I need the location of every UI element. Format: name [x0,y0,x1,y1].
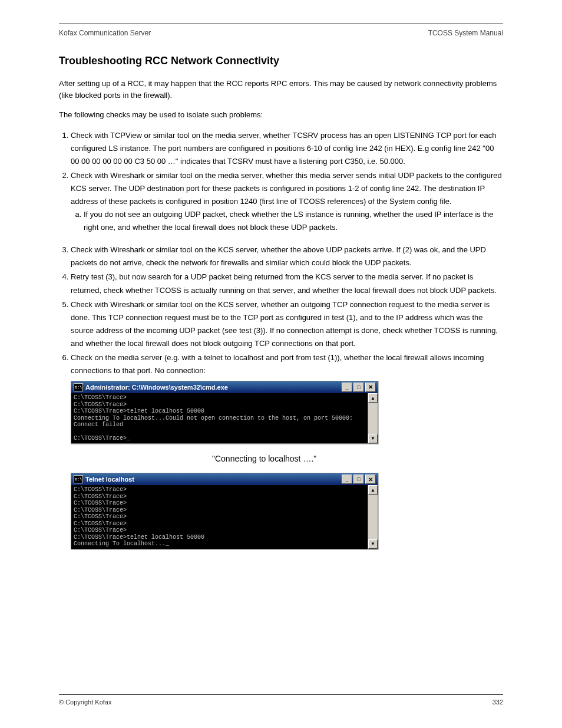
checks-item-5: Check with Wireshark or similar tool on … [71,298,503,350]
footer-right: 332 [492,699,503,706]
maximize-button[interactable]: □ [353,475,364,484]
intro-paragraph-2: The following checks may be used to isol… [59,109,503,121]
intro-paragraph-1: After setting up of a RCC, it may happen… [59,78,503,101]
cmd1-output: C:\TCOSS\Trace> C:\TCOSS\Trace> C:\TCOSS… [71,393,368,443]
checks-item-6: Check on the media server (e.g. with a t… [71,351,503,549]
footer-left: © Copyright Kofax [59,699,111,706]
scroll-up-button[interactable]: ▲ [368,393,378,403]
close-button[interactable]: ✕ [365,475,376,484]
checks-sublist-2: If you do not see an outgoing UDP packet… [84,208,503,234]
cmd-window-2: c:\ Telnet localhost _ □ ✕ C:\TCOSS\Trac… [71,473,378,549]
checks-item-2a: If you do not see an outgoing UDP packet… [84,208,503,234]
cmd-icon: c:\ [74,383,83,391]
cmd1-titlebar[interactable]: c:\ Administrator: C:\Windows\system32\c… [71,381,378,393]
window-controls: _ □ ✕ [342,475,376,484]
scrollbar[interactable]: ▲ ▼ [368,393,378,443]
checks-item-6-text: Check on the media server (e.g. with a t… [71,353,484,375]
cmd2-output: C:\TCOSS\Trace> C:\TCOSS\Trace> C:\TCOSS… [71,485,368,549]
cmd2-title: Telnet localhost [85,476,339,483]
running-footer: © Copyright Kofax 332 [59,699,503,706]
checks-list: Check with TCPView or similar tool on th… [71,129,503,549]
cmd2-body: C:\TCOSS\Trace> C:\TCOSS\Trace> C:\TCOSS… [71,485,378,549]
running-header: Kofax Communication Server TCOSS System … [59,29,503,37]
scroll-down-button[interactable]: ▼ [368,539,378,549]
minimize-button[interactable]: _ [342,475,352,484]
scroll-down-button[interactable]: ▼ [368,434,378,443]
checks-item-2: Check with Wireshark or similar tool on … [71,169,503,234]
close-button[interactable]: ✕ [365,383,376,392]
footer-rule [59,694,503,695]
scrollbar[interactable]: ▲ ▼ [368,485,378,549]
cmd1-title: Administrator: C:\Windows\system32\cmd.e… [85,384,339,391]
header-left: Kofax Communication Server [59,29,151,37]
caption-quoted: "Connecting to localhost …." [212,454,316,463]
window-controls: _ □ ✕ [342,383,376,392]
cmd1-body: C:\TCOSS\Trace> C:\TCOSS\Trace> C:\TCOSS… [71,393,378,443]
checks-item-2-text: Check with Wireshark or similar tool on … [71,171,502,206]
header-rule [59,24,503,24]
checks-item-1: Check with TCPView or similar tool on th… [71,129,503,168]
cmd2-titlebar[interactable]: c:\ Telnet localhost _ □ ✕ [71,473,378,485]
section-title: Troubleshooting RCC Network Connectivity [59,55,503,67]
checks-item-3: Check with Wireshark or similar tool on … [71,243,503,269]
maximize-button[interactable]: □ [353,383,364,392]
minimize-button[interactable]: _ [342,383,352,392]
checks-item-4: Retry test (3), but now search for a UDP… [71,271,503,297]
cmd-window-1: c:\ Administrator: C:\Windows\system32\c… [71,381,378,444]
document-page: Kofax Communication Server TCOSS System … [0,0,562,728]
header-right: TCOSS System Manual [428,29,503,37]
between-screenshots-caption: "Connecting to localhost …." [71,452,503,466]
cmd-icon: c:\ [74,475,83,483]
scroll-up-button[interactable]: ▲ [368,485,378,495]
